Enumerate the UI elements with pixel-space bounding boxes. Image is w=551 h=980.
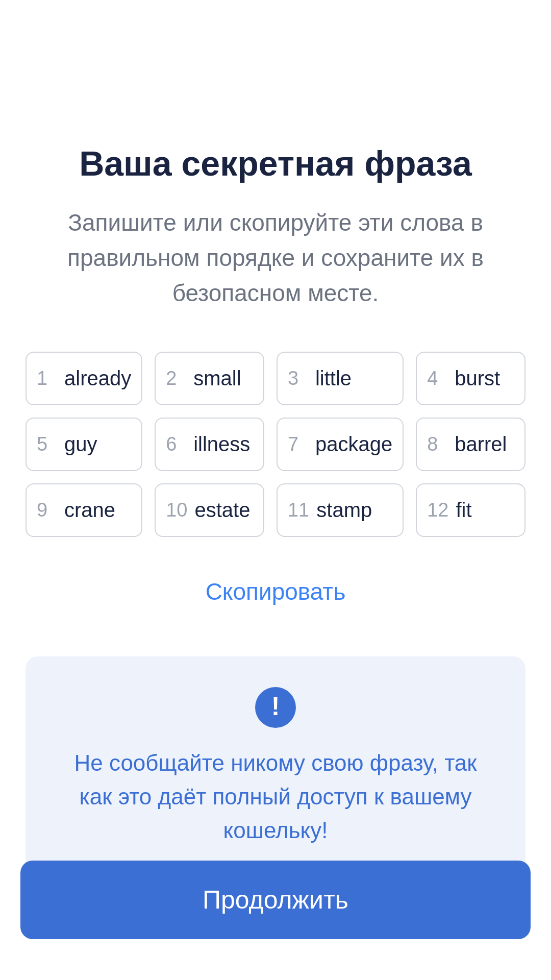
word-number: 9: [37, 499, 57, 521]
word-chip: 5guy: [26, 418, 142, 471]
page-title: Ваша секретная фраза: [46, 143, 505, 185]
word-number: 4: [427, 368, 447, 389]
word-chip: 6illness: [155, 418, 264, 471]
word-number: 11: [288, 499, 309, 521]
word-text: burst: [455, 367, 500, 390]
word-chip: 12fit: [416, 483, 525, 537]
word-number: 8: [427, 433, 447, 455]
word-chip: 1already: [26, 352, 142, 405]
word-chip: 2small: [155, 352, 264, 405]
word-chip: 3little: [277, 352, 404, 405]
copy-button[interactable]: Скопировать: [185, 568, 366, 616]
word-number: 1: [37, 368, 57, 389]
continue-button[interactable]: Продолжить: [20, 861, 531, 939]
warning-icon-circle: !: [255, 687, 296, 728]
words-grid: 1already2small3little4burst5guy6illness7…: [26, 352, 525, 537]
page-container: Ваша секретная фраза Запишите или скопир…: [0, 0, 551, 980]
word-number: 5: [37, 433, 57, 455]
word-text: barrel: [455, 433, 507, 456]
word-text: fit: [456, 499, 472, 522]
word-text: little: [315, 367, 352, 390]
title-section: Ваша секретная фраза Запишите или скопир…: [46, 143, 505, 311]
word-text: package: [315, 433, 392, 456]
word-chip: 8barrel: [416, 418, 525, 471]
word-text: stamp: [316, 499, 372, 522]
word-number: 6: [166, 433, 186, 455]
word-chip: 11stamp: [277, 483, 404, 537]
word-text: guy: [64, 433, 97, 456]
word-chip: 4burst: [416, 352, 525, 405]
exclamation-icon: !: [271, 694, 280, 719]
word-text: estate: [194, 499, 250, 522]
word-chip: 7package: [277, 418, 404, 471]
warning-text: Не сообщайте никому свою фразу, так как …: [56, 746, 495, 847]
word-number: 7: [288, 433, 308, 455]
word-text: crane: [64, 499, 115, 522]
warning-box: ! Не сообщайте никому свою фразу, так ка…: [26, 656, 525, 878]
word-number: 3: [288, 368, 308, 389]
word-text: already: [64, 367, 131, 390]
word-chip: 10estate: [155, 483, 264, 537]
word-chip: 9crane: [26, 483, 142, 537]
word-number: 10: [166, 499, 187, 521]
word-text: small: [193, 367, 241, 390]
word-text: illness: [193, 433, 250, 456]
page-subtitle: Запишите или скопируйте эти слова в прав…: [46, 205, 505, 311]
word-number: 2: [166, 368, 186, 389]
word-number: 12: [427, 499, 448, 521]
